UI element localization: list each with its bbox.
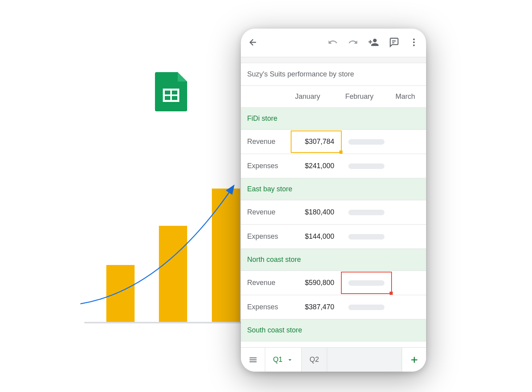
cell-placeholder[interactable] xyxy=(392,154,426,178)
cell-placeholder[interactable] xyxy=(341,225,392,249)
section-row[interactable]: FiDi store xyxy=(241,108,426,130)
cell-placeholder[interactable] xyxy=(392,271,426,295)
bar-chart-graphic xyxy=(84,172,249,323)
sheet-title[interactable]: Suzy's Suits performance by store xyxy=(241,70,426,78)
chevron-down-icon xyxy=(286,356,293,363)
sheets-icon xyxy=(155,72,187,111)
cell-placeholder[interactable] xyxy=(392,295,426,319)
section-row[interactable]: North coast store xyxy=(241,249,426,271)
column-header-feb[interactable]: February xyxy=(341,86,392,107)
cell-value[interactable]: $307,784 xyxy=(291,130,341,154)
data-row[interactable]: Expenses $387,470 xyxy=(241,295,426,319)
cell-value[interactable]: $387,470 xyxy=(291,295,341,319)
more-icon[interactable] xyxy=(409,37,419,47)
undo-icon[interactable] xyxy=(327,37,338,48)
data-row[interactable]: Revenue $180,400 xyxy=(241,200,426,225)
row-label[interactable]: Revenue xyxy=(241,130,291,154)
row-label[interactable]: Expenses xyxy=(241,225,291,249)
add-person-icon[interactable] xyxy=(368,37,379,48)
phone-mockup: Suzy's Suits performance by store Januar… xyxy=(241,29,426,372)
data-row[interactable]: Revenue $590,800 xyxy=(241,271,426,295)
app-toolbar xyxy=(241,29,426,56)
add-tab-icon[interactable] xyxy=(402,348,426,372)
svg-point-3 xyxy=(413,42,415,43)
svg-point-4 xyxy=(413,44,415,46)
cell-placeholder[interactable] xyxy=(341,154,392,178)
sheet-tabs-bar: Q1 Q2 xyxy=(241,347,426,372)
row-label[interactable]: Expenses xyxy=(241,154,291,178)
back-icon[interactable] xyxy=(248,37,258,47)
row-label[interactable]: Revenue xyxy=(241,271,291,295)
redo-icon[interactable] xyxy=(348,37,359,48)
column-header-mar[interactable]: March xyxy=(392,86,426,107)
cell-placeholder[interactable] xyxy=(341,295,392,319)
tab-q2[interactable]: Q2 xyxy=(302,348,327,372)
cell-placeholder[interactable] xyxy=(392,130,426,154)
all-tabs-menu-icon[interactable] xyxy=(241,348,265,372)
cell-placeholder[interactable] xyxy=(392,200,426,224)
tab-q1[interactable]: Q1 xyxy=(265,348,302,372)
cell-value[interactable]: $590,800 xyxy=(291,271,341,295)
cell-placeholder[interactable] xyxy=(341,200,392,224)
cell-value[interactable]: $241,000 xyxy=(291,154,341,178)
data-row[interactable]: Expenses $241,000 xyxy=(241,154,426,178)
cell-placeholder[interactable] xyxy=(392,225,426,249)
cell-value[interactable]: $144,000 xyxy=(291,225,341,249)
cell-placeholder[interactable] xyxy=(341,271,392,295)
tab-label: Q2 xyxy=(310,356,319,364)
data-row[interactable]: Revenue $307,784 xyxy=(241,130,426,154)
spreadsheet-grid[interactable]: Suzy's Suits performance by store Januar… xyxy=(241,56,426,341)
section-row[interactable]: East bay store xyxy=(241,178,426,200)
svg-point-2 xyxy=(413,38,415,40)
tab-label: Q1 xyxy=(273,356,282,364)
column-header-jan[interactable]: January xyxy=(291,86,341,107)
row-label[interactable]: Revenue xyxy=(241,200,291,224)
section-row[interactable]: South coast store xyxy=(241,319,426,341)
comment-icon[interactable] xyxy=(388,37,399,48)
row-label[interactable]: Expenses xyxy=(241,295,291,319)
cell-placeholder[interactable] xyxy=(341,130,392,154)
data-row[interactable]: Expenses $144,000 xyxy=(241,225,426,249)
cell-value[interactable]: $180,400 xyxy=(291,200,341,224)
